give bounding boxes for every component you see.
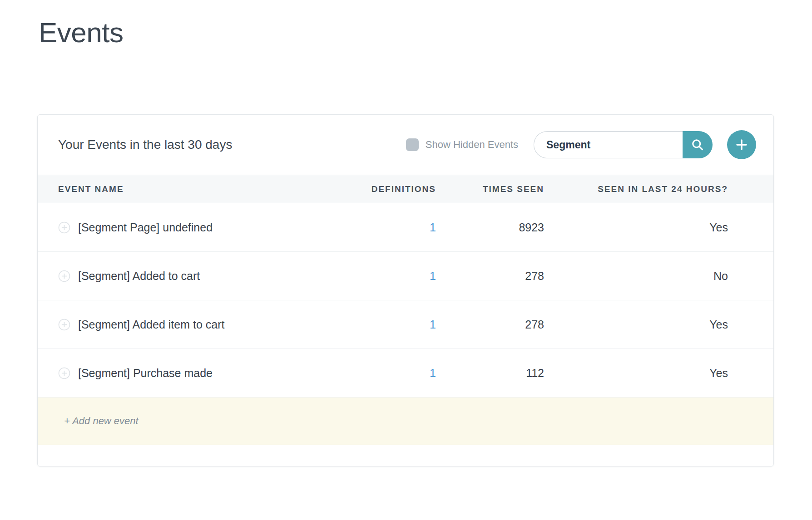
times-seen-value: 8923: [436, 221, 544, 234]
event-name: [Segment Page] undefined: [78, 221, 213, 234]
event-name-cell: [Segment] Added item to cart: [58, 318, 345, 331]
definitions-link[interactable]: 1: [430, 318, 436, 331]
column-header-seen-24h: SEEN IN LAST 24 HOURS?: [544, 184, 728, 194]
seen-24h-value: Yes: [544, 318, 728, 331]
table-row[interactable]: [Segment] Purchase made 1 112 Yes: [38, 349, 773, 397]
table-header-row: EVENT NAME DEFINITIONS TIMES SEEN SEEN I…: [38, 175, 773, 203]
event-name-cell: [Segment] Purchase made: [58, 367, 345, 380]
column-header-event-name: EVENT NAME: [58, 184, 345, 194]
column-header-times-seen: TIMES SEEN: [436, 184, 544, 194]
circled-plus-icon[interactable]: [58, 221, 70, 234]
card-heading: Your Events in the last 30 days: [58, 137, 232, 152]
definitions-link[interactable]: 1: [430, 270, 436, 282]
column-header-definitions: DEFINITIONS: [345, 184, 436, 194]
times-seen-value: 278: [436, 270, 544, 283]
table-row[interactable]: [Segment Page] undefined 1 8923 Yes: [38, 203, 773, 252]
search-button[interactable]: [683, 131, 713, 158]
add-new-event-label: + Add new event: [64, 415, 139, 427]
event-name: [Segment] Added to cart: [78, 270, 200, 283]
plus-icon: [734, 137, 749, 152]
search-bar: [534, 131, 713, 158]
search-input[interactable]: [534, 131, 683, 158]
page-title: Events: [39, 16, 124, 49]
circled-plus-icon[interactable]: [58, 367, 70, 379]
seen-24h-value: Yes: [544, 221, 728, 234]
event-name: [Segment] Added item to cart: [78, 318, 224, 331]
circled-plus-icon[interactable]: [58, 319, 70, 331]
header-controls: Show Hidden Events: [406, 130, 756, 159]
card-header: Your Events in the last 30 days Show Hid…: [38, 115, 773, 175]
seen-24h-value: Yes: [544, 367, 728, 380]
table-row[interactable]: [Segment] Added to cart 1 278 No: [38, 252, 773, 300]
card-footer: [38, 445, 773, 466]
events-card: Your Events in the last 30 days Show Hid…: [37, 114, 774, 466]
show-hidden-label: Show Hidden Events: [426, 139, 518, 151]
definitions-link[interactable]: 1: [430, 367, 436, 379]
magnifier-icon: [691, 138, 704, 152]
add-new-event-row[interactable]: + Add new event: [38, 397, 773, 445]
event-name: [Segment] Purchase made: [78, 367, 213, 380]
definitions-link[interactable]: 1: [430, 221, 436, 234]
seen-24h-value: No: [544, 270, 728, 283]
times-seen-value: 278: [436, 318, 544, 331]
table-row[interactable]: [Segment] Added item to cart 1 278 Yes: [38, 300, 773, 349]
event-name-cell: [Segment] Added to cart: [58, 270, 345, 283]
show-hidden-checkbox[interactable]: [406, 138, 419, 151]
event-name-cell: [Segment Page] undefined: [58, 221, 345, 234]
times-seen-value: 112: [436, 367, 544, 380]
circled-plus-icon[interactable]: [58, 270, 70, 282]
add-event-button[interactable]: [727, 130, 756, 159]
